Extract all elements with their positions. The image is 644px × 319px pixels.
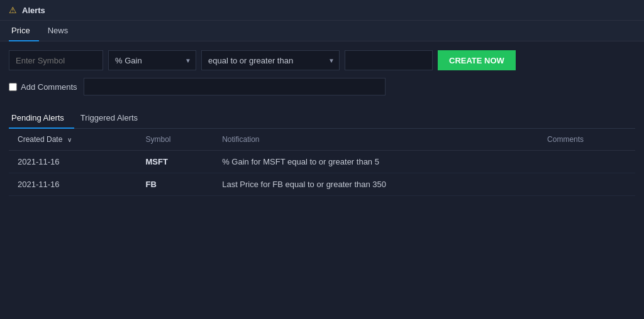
cell-notification: Last Price for FB equal to or greater th… [213, 173, 538, 196]
comments-input[interactable] [84, 78, 386, 95]
cell-symbol: MSFT [136, 151, 213, 173]
main-content: % Gain Last Price Volume ▼ equal to or g… [0, 41, 644, 205]
cell-comments [538, 151, 635, 173]
cell-comments [538, 173, 635, 196]
title-bar: ⚠ Alerts [0, 0, 644, 21]
table-row: 2021-11-16 MSFT % Gain for MSFT equal to… [9, 151, 635, 173]
alert-form-row: % Gain Last Price Volume ▼ equal to or g… [9, 50, 635, 70]
add-comments-label[interactable]: Add Comments [9, 82, 77, 92]
alerts-icon: ⚠ [9, 5, 17, 15]
symbol-input[interactable] [9, 50, 103, 70]
value-input[interactable] [345, 50, 433, 70]
table-header-row: Created Date ∨ Symbol Notification Comme… [9, 129, 635, 151]
cell-symbol: FB [136, 173, 213, 196]
col-header-created-date[interactable]: Created Date ∨ [9, 129, 136, 151]
tab-news[interactable]: News [45, 21, 77, 41]
tab-pending-alerts[interactable]: Pending Alerts [9, 108, 74, 129]
col-header-notification: Notification [213, 129, 538, 151]
condition-select-wrapper: equal to or greater than equal to or les… [201, 50, 340, 70]
add-comments-checkbox[interactable] [9, 83, 17, 91]
comments-row: Add Comments [9, 78, 635, 95]
cell-notification: % Gain for MSFT equal to or greater than… [213, 151, 538, 173]
tab-triggered-alerts[interactable]: Triggered Alerts [78, 108, 148, 129]
condition-select[interactable]: equal to or greater than equal to or les… [201, 50, 340, 70]
table-row: 2021-11-16 FB Last Price for FB equal to… [9, 173, 635, 196]
tab-price[interactable]: Price [9, 21, 39, 41]
sort-arrow-icon: ∨ [67, 136, 72, 143]
col-header-symbol: Symbol [136, 129, 213, 151]
sub-tabs: Pending Alerts Triggered Alerts [9, 108, 635, 129]
col-header-comments: Comments [538, 129, 635, 151]
create-now-button[interactable]: CREATE NOW [438, 50, 516, 70]
cell-created-date: 2021-11-16 [9, 173, 136, 196]
main-tabs: Price News [0, 21, 644, 41]
app-title: Alerts [22, 6, 45, 15]
gain-select-wrapper: % Gain Last Price Volume ▼ [108, 50, 196, 70]
gain-select[interactable]: % Gain Last Price Volume [108, 50, 196, 70]
alerts-table: Created Date ∨ Symbol Notification Comme… [9, 129, 635, 196]
cell-created-date: 2021-11-16 [9, 151, 136, 173]
